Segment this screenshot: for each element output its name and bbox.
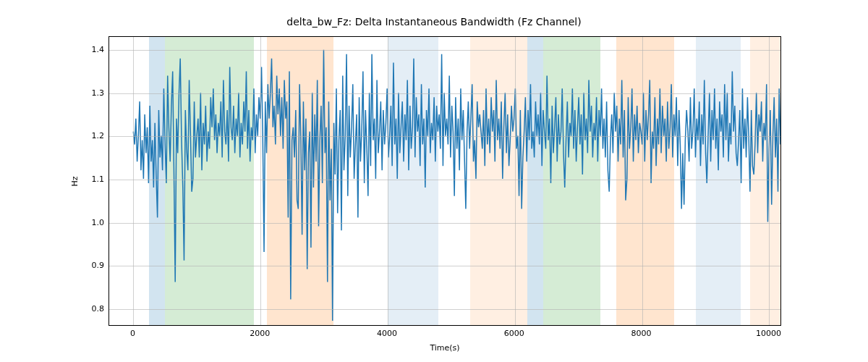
gridline-vertical [515, 37, 516, 325]
gridline-horizontal [109, 309, 780, 310]
x-tick-label: 4000 [377, 329, 397, 338]
plot-area [109, 36, 781, 326]
line-plot [109, 37, 780, 325]
y-tick-label: 1.1 [87, 174, 104, 184]
y-axis-label: Hz [69, 36, 80, 326]
gridline-horizontal [109, 50, 780, 51]
gridline-vertical [388, 37, 388, 325]
gridline-horizontal [109, 266, 780, 266]
chart-title: delta_bw_Fz: Delta Instantaneous Bandwid… [0, 16, 868, 28]
gridline-vertical [133, 37, 134, 325]
figure: delta_bw_Fz: Delta Instantaneous Bandwid… [0, 0, 868, 362]
y-tick-label: 1.0 [87, 217, 104, 227]
x-tick-label: 10000 [756, 329, 781, 338]
y-tick-label: 1.2 [87, 131, 104, 140]
x-tick-label: 8000 [631, 329, 652, 338]
y-tick-label: 0.8 [87, 304, 104, 313]
gridline-vertical [642, 37, 643, 325]
gridline-horizontal [109, 136, 780, 137]
gridline-horizontal [109, 180, 780, 180]
y-tick-label: 0.9 [87, 261, 104, 270]
data-line [133, 50, 780, 321]
gridline-horizontal [109, 93, 780, 94]
y-tick-label: 1.3 [87, 88, 104, 97]
x-tick-label: 6000 [504, 329, 524, 338]
x-tick-label: 0 [130, 329, 135, 338]
gridline-horizontal [109, 223, 780, 224]
x-tick-label: 2000 [250, 329, 270, 338]
gridline-vertical [769, 37, 770, 325]
y-tick-label: 1.4 [87, 44, 104, 54]
gridline-vertical [260, 37, 261, 325]
x-axis-label: Time(s) [109, 343, 781, 353]
